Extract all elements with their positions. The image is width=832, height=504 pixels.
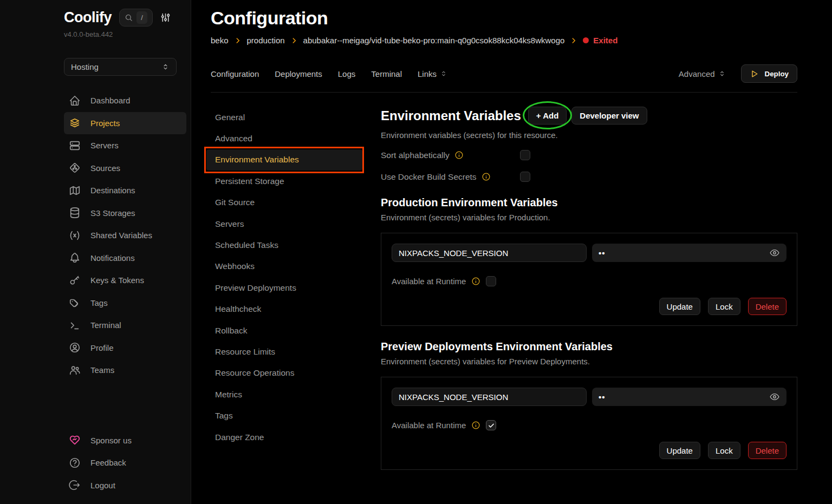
server-icon	[68, 140, 81, 152]
sort-alphabetically-label: Sort alphabetically	[381, 150, 450, 160]
subnav-healthcheck[interactable]: Healthcheck	[206, 299, 362, 320]
git-source-icon	[68, 162, 81, 174]
tag-icon	[68, 297, 81, 309]
settings-sliders-button[interactable]	[160, 12, 171, 23]
advanced-dropdown[interactable]: Advanced	[679, 69, 726, 78]
deploy-button[interactable]: Deploy	[741, 64, 797, 83]
available-at-runtime-checkbox[interactable]	[486, 420, 496, 430]
main-content: Configuration beko production abubakar--…	[191, 0, 832, 470]
info-icon	[471, 277, 480, 286]
subnav-webhooks[interactable]: Webhooks	[206, 256, 362, 277]
reveal-value-button[interactable]	[769, 391, 780, 402]
sidebar-item-keys-tokens[interactable]: Keys & Tokens	[64, 269, 186, 292]
section-heading: Environment Variables	[381, 108, 521, 123]
map-icon	[68, 185, 81, 197]
search-shortcut-key: /	[136, 11, 147, 24]
delete-button[interactable]: Delete	[748, 442, 786, 459]
sidebar-item-profile[interactable]: Profile	[64, 337, 186, 359]
deploy-label: Deploy	[765, 70, 789, 78]
tab-configuration[interactable]: Configuration	[211, 69, 259, 78]
env-value-field[interactable]: ••	[592, 388, 786, 406]
sidebar-item-s3-storages[interactable]: S3 Storages	[64, 202, 186, 225]
subnav-metrics[interactable]: Metrics	[206, 384, 362, 405]
subnav-git-source[interactable]: Git Source	[206, 192, 362, 213]
sidebar-item-teams[interactable]: Teams	[64, 359, 186, 382]
preview-section-description: Environment (secrets) variables for Prev…	[381, 357, 797, 366]
sidebar-item-projects[interactable]: Projects	[64, 112, 186, 135]
update-button[interactable]: Update	[659, 298, 700, 315]
subnav-persistent-storage[interactable]: Persistent Storage	[206, 171, 362, 192]
env-key-input[interactable]	[392, 388, 587, 406]
sidebar-item-label: Dashboard	[90, 96, 130, 105]
lock-button[interactable]: Lock	[708, 298, 740, 315]
sidebar-item-label: Sponsor us	[90, 436, 132, 445]
developer-view-button[interactable]: Developer view	[571, 107, 647, 125]
subnav-danger-zone[interactable]: Danger Zone	[206, 427, 362, 448]
breadcrumb-resource[interactable]: abubakar--meigag/vid-tube-beko-pro:main-…	[303, 36, 565, 45]
user-circle-icon	[68, 342, 81, 354]
sidebar-item-label: Projects	[90, 119, 120, 128]
subnav-environment-variables[interactable]: Environment Variables	[206, 149, 362, 171]
lock-button[interactable]: Lock	[708, 442, 740, 459]
config-subnav: General Advanced Environment Variables P…	[206, 107, 362, 448]
eye-icon	[769, 247, 780, 258]
status-dot	[583, 37, 589, 43]
sidebar-item-sponsor-us[interactable]: Sponsor us	[64, 429, 186, 452]
tab-deployments[interactable]: Deployments	[275, 69, 322, 78]
sidebar-item-notifications[interactable]: Notifications	[64, 247, 186, 270]
subnav-scheduled-tasks[interactable]: Scheduled Tasks	[206, 234, 362, 256]
sort-alphabetically-checkbox[interactable]	[520, 150, 530, 160]
env-key-input[interactable]	[392, 244, 587, 262]
team-selector[interactable]: Hosting	[64, 58, 177, 76]
eye-icon	[769, 391, 780, 402]
subnav-label: Environment Variables	[215, 155, 299, 165]
variable-icon	[68, 230, 81, 241]
env-value-field[interactable]: ••	[592, 244, 786, 262]
chevron-right-icon	[234, 37, 242, 44]
breadcrumb: beko production abubakar--meigag/vid-tub…	[211, 36, 797, 45]
reveal-value-button[interactable]	[769, 247, 780, 258]
chevron-right-icon	[570, 37, 577, 44]
sidebar-item-destinations[interactable]: Destinations	[64, 179, 186, 202]
add-variable-button[interactable]: + Add	[528, 107, 567, 125]
subnav-servers[interactable]: Servers	[206, 213, 362, 234]
breadcrumb-environment[interactable]: production	[247, 36, 285, 45]
status-badge: Exited	[583, 36, 618, 45]
breadcrumb-project[interactable]: beko	[211, 36, 229, 45]
subnav-tags[interactable]: Tags	[206, 405, 362, 426]
sidebar-item-label: Notifications	[90, 253, 135, 263]
sidebar-item-sources[interactable]: Sources	[64, 157, 186, 180]
subnav-advanced[interactable]: Advanced	[206, 128, 362, 149]
subnav-resource-operations[interactable]: Resource Operations	[206, 363, 362, 384]
sidebar-item-servers[interactable]: Servers	[64, 134, 186, 157]
subnav-rollback[interactable]: Rollback	[206, 320, 362, 341]
sidebar-item-logout[interactable]: Logout	[64, 474, 186, 497]
update-button[interactable]: Update	[659, 442, 700, 459]
sidebar-item-feedback[interactable]: Feedback	[64, 451, 186, 474]
sidebar-item-tags[interactable]: Tags	[64, 292, 186, 315]
sidebar-item-terminal[interactable]: Terminal	[64, 314, 186, 337]
search-icon	[125, 14, 133, 22]
docker-build-secrets-checkbox[interactable]	[520, 172, 530, 182]
sidebar-item-label: Destinations	[90, 186, 135, 195]
delete-button[interactable]: Delete	[748, 298, 786, 315]
search-button[interactable]: /	[119, 9, 153, 27]
available-at-runtime-checkbox[interactable]	[486, 276, 496, 286]
tab-logs[interactable]: Logs	[338, 69, 356, 78]
sidebar-item-shared-variables[interactable]: Shared Variables	[64, 224, 186, 247]
masked-value: ••	[599, 248, 606, 258]
masked-value: ••	[599, 392, 606, 402]
env-variable-card: •• Available at Runtime Update Loc	[381, 233, 797, 326]
tab-links-dropdown[interactable]: Links	[418, 69, 447, 78]
sliders-icon	[160, 12, 171, 23]
subnav-general[interactable]: General	[206, 107, 362, 128]
available-at-runtime-label: Available at Runtime	[392, 421, 466, 430]
preview-env-section: Preview Deployments Environment Variable…	[381, 341, 797, 470]
subnav-resource-limits[interactable]: Resource Limits	[206, 341, 362, 362]
chevron-updown-icon	[440, 70, 447, 77]
sidebar-item-dashboard[interactable]: Dashboard	[64, 89, 186, 112]
users-group-icon	[68, 364, 81, 376]
available-at-runtime-label: Available at Runtime	[392, 277, 466, 286]
subnav-preview-deployments[interactable]: Preview Deployments	[206, 277, 362, 298]
tab-terminal[interactable]: Terminal	[371, 69, 402, 78]
